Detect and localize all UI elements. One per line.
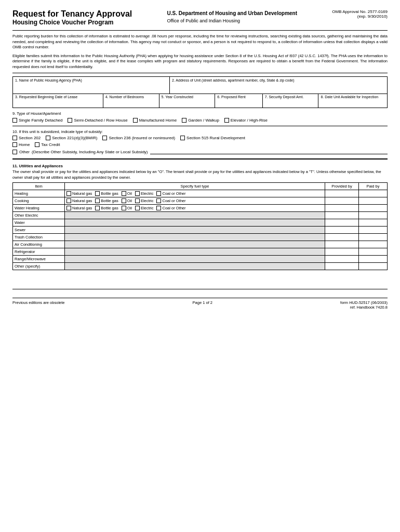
fuel-cb-item-1-4[interactable]: Coal or Other <box>156 198 185 203</box>
checkbox-other-subsidy[interactable] <box>12 150 17 154</box>
fuel-cb-item-0-2[interactable]: Oil <box>122 191 132 196</box>
checkbox-section-515[interactable] <box>180 136 185 140</box>
checkbox-tax-credit[interactable] <box>35 142 39 147</box>
fuel-cb-item-0-1[interactable]: Bottle gas <box>95 191 118 196</box>
paid-by-cell-2[interactable] <box>359 205 388 212</box>
agency-office: Office of Public and Indian Housing <box>167 18 239 23</box>
field-1-label: 1. Name of Public Housing Agency (PHA) <box>15 78 167 82</box>
fuel-checkbox-1-0[interactable] <box>66 198 71 203</box>
fuel-label-2-2: Oil <box>127 206 132 210</box>
cb-tax-credit[interactable]: Tax Credit <box>35 142 60 147</box>
paid-by-cell-6[interactable] <box>359 234 388 241</box>
provided-by-cell-3[interactable] <box>325 212 359 219</box>
paid-by-cell-8[interactable] <box>359 248 388 256</box>
cb-manufactured-home[interactable]: Manufactured Home <box>133 118 177 123</box>
cb-section-515[interactable]: Section 515 Rural Development <box>180 136 245 140</box>
fuel-cb-item-0-4[interactable]: Coal or Other <box>156 191 185 196</box>
field-3-date: 3. Requested Beginning Date of Lease <box>13 94 103 108</box>
fuel-cb-item-2-1[interactable]: Bottle gas <box>95 206 118 210</box>
field-6-rent: 6. Proposed Rent <box>215 94 262 108</box>
fuel-checkbox-2-1[interactable] <box>95 206 100 210</box>
provided-by-cell-9[interactable] <box>325 256 359 263</box>
subsidy-row-2: Home Tax Credit <box>12 142 388 147</box>
fuel-label-1-1: Bottle gas <box>101 198 118 203</box>
fuel-checkbox-2-0[interactable] <box>66 206 71 210</box>
checkbox-single-family[interactable] <box>12 118 17 123</box>
fuel-checkbox-2-4[interactable] <box>156 206 161 210</box>
cb-elevator-highrise[interactable]: Elevator / High-Rise <box>224 118 268 123</box>
paid-by-cell-9[interactable] <box>359 256 388 263</box>
provided-by-cell-2[interactable] <box>325 205 359 212</box>
cb-garden-walkup[interactable]: Garden / Walkup <box>182 118 219 123</box>
paid-by-cell-5[interactable] <box>359 227 388 234</box>
provided-by-cell-8[interactable] <box>325 248 359 256</box>
cb-section-221[interactable]: Section 221(d)(3)(BMIR) <box>46 136 97 140</box>
cb-home[interactable]: Home <box>12 142 30 147</box>
fuel-checkbox-2-2[interactable] <box>122 206 126 210</box>
cb-section-202[interactable]: Section 202 <box>12 136 41 140</box>
paid-by-cell-0[interactable] <box>359 190 388 197</box>
fuel-cb-item-0-0[interactable]: Natural gas <box>66 191 92 196</box>
checkbox-elevator-highrise[interactable] <box>224 118 229 123</box>
fuel-label-1-4: Coal or Other <box>162 198 185 203</box>
fuel-cb-item-0-3[interactable]: Electric <box>135 191 154 196</box>
fuel-cb-item-1-0[interactable]: Natural gas <box>66 198 92 203</box>
checkbox-semi-detached[interactable] <box>68 118 72 123</box>
col-header-paid: Paid by <box>359 183 388 190</box>
utility-item-5: Sewer <box>13 227 65 234</box>
provided-by-cell-4[interactable] <box>325 219 359 227</box>
paid-by-cell-7[interactable] <box>359 241 388 248</box>
utility-item-9: Range/Microwave <box>13 256 65 263</box>
other-subsidy-input[interactable] <box>150 149 388 154</box>
provided-by-cell-6[interactable] <box>325 234 359 241</box>
fuel-checkbox-1-1[interactable] <box>95 198 100 203</box>
utility-item-1: Cooking <box>13 197 65 205</box>
paid-by-cell-10[interactable] <box>359 263 388 270</box>
checkbox-section-202[interactable] <box>12 136 17 140</box>
provided-by-cell-7[interactable] <box>325 241 359 248</box>
other-label: Other <box>19 150 30 154</box>
fuel-cb-item-1-2[interactable]: Oil <box>122 198 132 203</box>
intro-paragraph-1: Public reporting burden for this collect… <box>12 34 388 50</box>
fuel-checkbox-0-3[interactable] <box>135 191 140 196</box>
utilities-table: Item Specify fuel type Provided by Paid … <box>12 182 388 270</box>
fuel-cb-item-2-3[interactable]: Electric <box>135 206 154 210</box>
fuel-cb-item-2-4[interactable]: Coal or Other <box>156 206 185 210</box>
cb-single-family[interactable]: Single Family Detached <box>12 118 62 123</box>
checkbox-section-236[interactable] <box>102 136 107 140</box>
cb-elevator-highrise-label: Elevator / High-Rise <box>231 118 268 123</box>
fuel-type-cell-10 <box>65 263 325 270</box>
checkbox-home[interactable] <box>12 142 17 147</box>
provided-by-cell-1[interactable] <box>325 197 359 205</box>
fuel-cb-item-1-1[interactable]: Bottle gas <box>95 198 118 203</box>
paid-by-cell-4[interactable] <box>359 219 388 227</box>
table-row: Range/Microwave <box>13 256 388 263</box>
fuel-cb-item-2-0[interactable]: Natural gas <box>66 206 92 210</box>
fuel-checkbox-0-2[interactable] <box>122 191 126 196</box>
fuel-checkbox-2-3[interactable] <box>135 206 140 210</box>
fuel-checkbox-0-4[interactable] <box>156 191 161 196</box>
utility-item-8: Refrigerator <box>13 248 65 256</box>
fuel-checkbox-1-4[interactable] <box>156 198 161 203</box>
provided-by-cell-5[interactable] <box>325 227 359 234</box>
cb-single-family-label: Single Family Detached <box>19 118 62 123</box>
provided-by-cell-10[interactable] <box>325 263 359 270</box>
cb-section-236[interactable]: Section 236 (Insured or noninsured) <box>102 136 175 140</box>
fuel-label-2-3: Electric <box>141 206 154 210</box>
provided-by-cell-0[interactable] <box>325 190 359 197</box>
fuel-cb-item-1-3[interactable]: Electric <box>135 198 154 203</box>
paid-by-cell-3[interactable] <box>359 212 388 219</box>
fuel-checkbox-0-0[interactable] <box>66 191 71 196</box>
fuel-cb-item-2-2[interactable]: Oil <box>122 206 132 210</box>
section-10: 10. If this unit is subsidized, indicate… <box>12 129 388 154</box>
checkbox-garden-walkup[interactable] <box>182 118 186 123</box>
cb-semi-detached[interactable]: Semi-Detached / Row House <box>68 118 127 123</box>
paid-by-cell-1[interactable] <box>359 197 388 205</box>
omb-number: OMB Approval No. 2577-0169 <box>332 9 388 14</box>
fuel-checkbox-1-2[interactable] <box>122 198 126 203</box>
fuel-checkbox-1-3[interactable] <box>135 198 140 203</box>
table-row: Air Conditioning <box>13 241 388 248</box>
checkbox-manufactured-home[interactable] <box>133 118 138 123</box>
fuel-checkbox-0-1[interactable] <box>95 191 100 196</box>
checkbox-section-221[interactable] <box>46 136 50 140</box>
